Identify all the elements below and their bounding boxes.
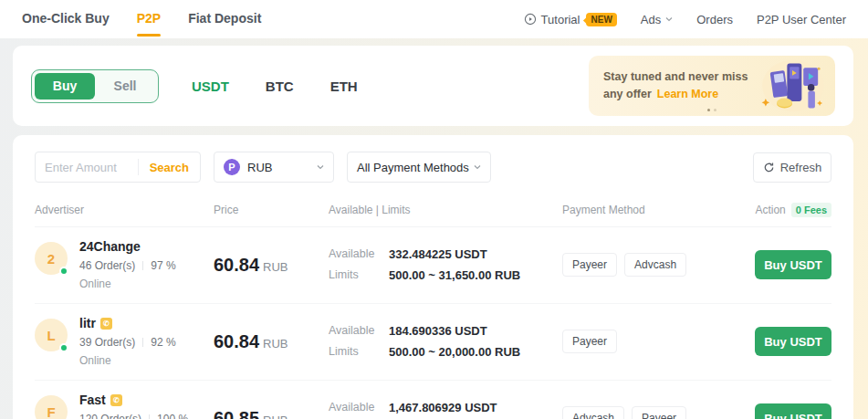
market-selector-card: Buy Sell USDT BTC ETH Stay tuned and nev…	[13, 46, 853, 126]
amount-input[interactable]	[36, 161, 138, 174]
available-limits-cell: Available 332.484225 USDT Limits 500.00 …	[329, 244, 562, 286]
advertiser-avatar[interactable]: F	[35, 395, 68, 419]
chevron-down-icon	[317, 163, 324, 171]
tab-fiat-deposit[interactable]: Fiat Deposit	[188, 0, 261, 38]
advertiser-name[interactable]: litr ✆	[79, 316, 176, 330]
buy-usdt-button[interactable]: Buy USDT	[755, 403, 831, 419]
new-badge: NEW	[586, 13, 616, 26]
payment-method-select[interactable]: All Payment Methods	[347, 152, 491, 183]
promo-banner[interactable]: Stay tuned and never miss any offerLearn…	[589, 56, 835, 116]
order-count: 120 Order(s)	[79, 413, 141, 419]
advertiser-name-text: 24Change	[79, 239, 141, 254]
payment-chip: Advcash	[624, 253, 686, 277]
available-line: Available 1,467.806929 USDT	[329, 397, 562, 418]
play-circle-icon	[524, 13, 537, 26]
payment-chip: Payeer	[562, 330, 617, 353]
advertiser-name[interactable]: 24Change ✆	[79, 239, 176, 254]
tab-one-click-buy[interactable]: One-Click Buy	[22, 0, 110, 38]
advertiser-info: litr ✆ 39 Order(s) 92 % Online	[79, 316, 176, 367]
payment-methods-cell: Payeer Advcash	[562, 253, 723, 277]
user-center-label: P2P User Center	[757, 13, 846, 26]
currency-value: RUB	[247, 161, 272, 174]
header-advertiser: Advertiser	[35, 204, 214, 216]
learn-more-link[interactable]: Learn More	[657, 88, 718, 100]
banner-text: Stay tuned and never miss any offerLearn…	[603, 68, 757, 103]
main-nav-tabs: One-Click Buy P2P Fiat Deposit	[22, 0, 261, 38]
online-status: Online	[79, 278, 176, 290]
dot	[714, 109, 716, 111]
refresh-button[interactable]: Refresh	[753, 152, 831, 183]
completion-rate: 92 %	[151, 336, 175, 349]
table-header-row: Advertiser Price Available | Limits Paym…	[35, 203, 831, 227]
chevron-down-icon	[665, 16, 673, 23]
advertiser-name[interactable]: Fast ✆	[79, 393, 188, 407]
payment-methods-cell: Payeer	[562, 330, 723, 353]
zero-fees-badge: 0 Fees	[791, 203, 831, 217]
action-cell: Buy USDT	[723, 327, 831, 356]
tab-usdt[interactable]: USDT	[192, 79, 229, 94]
dot	[707, 109, 710, 111]
header-action: Action 0 Fees	[723, 203, 831, 217]
advertiser-avatar[interactable]: 2	[35, 242, 68, 275]
payment-methods-cell: Advcash Payeer	[562, 406, 723, 419]
online-status-dot	[59, 267, 68, 276]
verified-phone-icon: ✆	[100, 318, 112, 330]
header-payment-method: Payment Method	[562, 204, 723, 216]
header-price: Price	[214, 204, 329, 216]
divider	[142, 261, 143, 270]
search-button[interactable]: Search	[139, 161, 200, 174]
tab-eth[interactable]: ETH	[330, 79, 358, 94]
limits-value: 500.00 ~ 31,650.00 RUB	[389, 265, 520, 286]
price-cell: 60.84RUB	[214, 255, 329, 276]
banner-illustration	[757, 58, 828, 114]
limits-label: Limits	[329, 341, 389, 362]
order-count: 39 Order(s)	[79, 336, 135, 349]
payment-chip: Advcash	[562, 406, 624, 419]
offer-row: 2 24Change ✆ 46 Order(s) 97 % Online	[35, 227, 831, 304]
p2p-trading-page: One-Click Buy P2P Fiat Deposit Tutorial …	[0, 0, 868, 419]
completion-rate: 100 %	[157, 413, 188, 419]
order-count: 46 Order(s)	[79, 259, 135, 272]
advertiser-info: 24Change ✆ 46 Order(s) 97 % Online	[79, 239, 176, 290]
banner-pagination-dots[interactable]	[707, 109, 716, 111]
price-currency: RUB	[263, 337, 288, 351]
refresh-label: Refresh	[780, 161, 822, 174]
price-value: 60.84	[214, 331, 259, 351]
offer-row: L litr ✆ 39 Order(s) 92 % Online	[35, 304, 831, 381]
price-currency: RUB	[263, 260, 288, 274]
advertiser-stats: 39 Order(s) 92 %	[79, 336, 176, 349]
tab-btc[interactable]: BTC	[266, 79, 294, 94]
fiat-currency-select[interactable]: P RUB	[214, 152, 334, 183]
available-limits-cell: Available 184.690336 USDT Limits 500.00 …	[329, 320, 562, 362]
orders-link[interactable]: Orders	[696, 13, 733, 26]
price-cell: 60.85RUB	[214, 408, 329, 419]
limits-line: Limits 500.00 ~ 20,000.00 RUB	[329, 341, 562, 362]
advertiser-cell: L litr ✆ 39 Order(s) 92 % Online	[35, 316, 214, 367]
tab-p2p[interactable]: P2P	[137, 0, 161, 38]
limits-label: Limits	[329, 265, 389, 286]
available-line: Available 184.690336 USDT	[329, 320, 562, 341]
action-label: Action	[755, 204, 785, 216]
price-value: 60.84	[214, 255, 259, 275]
available-label: Available	[329, 320, 389, 341]
p2p-user-center-link[interactable]: P2P User Center	[757, 13, 846, 26]
chevron-down-icon	[474, 163, 481, 171]
advertiser-avatar[interactable]: L	[35, 319, 68, 351]
price-currency: RUB	[263, 414, 288, 419]
buy-toggle[interactable]: Buy	[35, 73, 95, 100]
advertiser-info: Fast ✆ 120 Order(s) 100 % Online	[79, 393, 188, 419]
buy-usdt-button[interactable]: Buy USDT	[755, 327, 831, 356]
online-status: Online	[79, 354, 176, 367]
ads-menu[interactable]: Ads	[641, 13, 673, 26]
tutorial-link[interactable]: Tutorial NEW	[524, 13, 617, 26]
buy-usdt-button[interactable]: Buy USDT	[755, 250, 831, 279]
refresh-icon	[763, 162, 775, 173]
action-cell: Buy USDT	[723, 250, 831, 279]
avatar-letter: F	[47, 404, 55, 419]
payment-chip: Payeer	[562, 253, 617, 277]
top-navigation-bar: One-Click Buy P2P Fiat Deposit Tutorial …	[0, 0, 868, 38]
completion-rate: 97 %	[151, 259, 175, 272]
advertiser-name-text: Fast	[79, 393, 106, 407]
sell-toggle[interactable]: Sell	[95, 73, 155, 100]
available-label: Available	[329, 244, 389, 265]
